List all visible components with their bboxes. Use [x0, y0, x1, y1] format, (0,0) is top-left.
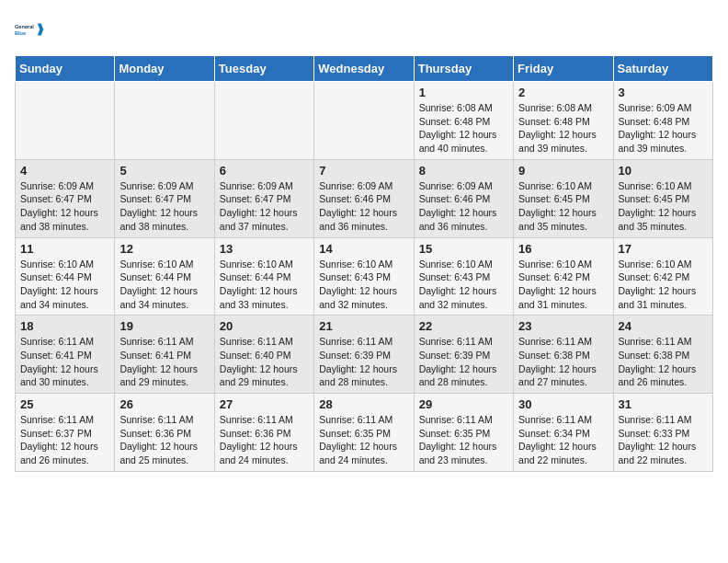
- calendar-cell: 22Sunrise: 6:11 AM Sunset: 6:39 PM Dayli…: [414, 316, 513, 394]
- day-number: 20: [220, 319, 309, 333]
- calendar-cell: [115, 82, 214, 160]
- day-number: 12: [119, 242, 209, 256]
- calendar-cell: 16Sunrise: 6:10 AM Sunset: 6:42 PM Dayli…: [514, 237, 613, 316]
- header-cell-friday: Friday: [514, 56, 613, 82]
- day-number: 29: [419, 397, 508, 411]
- calendar-cell: 15Sunrise: 6:10 AM Sunset: 6:43 PM Dayli…: [414, 237, 513, 316]
- calendar-cell: 3Sunrise: 6:09 AM Sunset: 6:48 PM Daylig…: [613, 82, 712, 160]
- cell-info: Sunrise: 6:11 AM Sunset: 6:37 PM Dayligh…: [20, 413, 109, 467]
- cell-info: Sunrise: 6:11 AM Sunset: 6:33 PM Dayligh…: [619, 413, 708, 467]
- day-number: 13: [220, 242, 309, 256]
- cell-info: Sunrise: 6:10 AM Sunset: 6:44 PM Dayligh…: [220, 258, 309, 312]
- cell-info: Sunrise: 6:10 AM Sunset: 6:44 PM Dayligh…: [119, 258, 209, 312]
- cell-info: Sunrise: 6:10 AM Sunset: 6:45 PM Dayligh…: [619, 179, 708, 234]
- calendar-cell: 30Sunrise: 6:11 AM Sunset: 6:34 PM Dayli…: [514, 394, 613, 472]
- cell-info: Sunrise: 6:10 AM Sunset: 6:42 PM Dayligh…: [518, 258, 608, 312]
- header-cell-sunday: Sunday: [16, 56, 115, 82]
- day-number: 28: [319, 397, 408, 411]
- day-number: 14: [319, 242, 408, 256]
- day-number: 21: [319, 319, 408, 333]
- calendar-cell: 6Sunrise: 6:09 AM Sunset: 6:47 PM Daylig…: [214, 159, 313, 237]
- cell-info: Sunrise: 6:11 AM Sunset: 6:35 PM Dayligh…: [419, 413, 508, 467]
- day-number: 16: [518, 242, 608, 256]
- cell-info: Sunrise: 6:11 AM Sunset: 6:39 PM Dayligh…: [419, 335, 508, 389]
- calendar-cell: 11Sunrise: 6:10 AM Sunset: 6:44 PM Dayli…: [16, 237, 115, 316]
- calendar-cell: 31Sunrise: 6:11 AM Sunset: 6:33 PM Dayli…: [613, 394, 712, 472]
- day-number: 30: [518, 397, 608, 411]
- calendar-cell: 23Sunrise: 6:11 AM Sunset: 6:38 PM Dayli…: [514, 316, 613, 394]
- day-number: 4: [20, 164, 109, 178]
- calendar-cell: 29Sunrise: 6:11 AM Sunset: 6:35 PM Dayli…: [414, 394, 513, 472]
- week-row-4: 18Sunrise: 6:11 AM Sunset: 6:41 PM Dayli…: [16, 316, 713, 394]
- cell-info: Sunrise: 6:10 AM Sunset: 6:44 PM Dayligh…: [20, 258, 109, 312]
- cell-info: Sunrise: 6:10 AM Sunset: 6:43 PM Dayligh…: [419, 258, 508, 312]
- header: GeneralBlue: [15, 15, 713, 44]
- header-cell-tuesday: Tuesday: [214, 56, 313, 82]
- calendar-header: SundayMondayTuesdayWednesdayThursdayFrid…: [16, 56, 713, 82]
- calendar-cell: 26Sunrise: 6:11 AM Sunset: 6:36 PM Dayli…: [115, 394, 214, 472]
- header-row: SundayMondayTuesdayWednesdayThursdayFrid…: [16, 56, 713, 82]
- week-row-3: 11Sunrise: 6:10 AM Sunset: 6:44 PM Dayli…: [16, 237, 713, 316]
- svg-text:Blue: Blue: [15, 30, 26, 36]
- calendar-cell: 5Sunrise: 6:09 AM Sunset: 6:47 PM Daylig…: [115, 159, 214, 237]
- cell-info: Sunrise: 6:11 AM Sunset: 6:36 PM Dayligh…: [220, 413, 309, 467]
- day-number: 27: [220, 397, 309, 411]
- cell-info: Sunrise: 6:11 AM Sunset: 6:40 PM Dayligh…: [220, 335, 309, 389]
- calendar-cell: 17Sunrise: 6:10 AM Sunset: 6:42 PM Dayli…: [613, 237, 712, 316]
- day-number: 31: [619, 397, 708, 411]
- svg-text:General: General: [15, 24, 34, 29]
- calendar-cell: 28Sunrise: 6:11 AM Sunset: 6:35 PM Dayli…: [314, 394, 414, 472]
- cell-info: Sunrise: 6:11 AM Sunset: 6:35 PM Dayligh…: [319, 413, 408, 467]
- day-number: 10: [619, 164, 708, 178]
- day-number: 7: [319, 164, 408, 178]
- cell-info: Sunrise: 6:11 AM Sunset: 6:39 PM Dayligh…: [319, 335, 408, 389]
- cell-info: Sunrise: 6:11 AM Sunset: 6:34 PM Dayligh…: [518, 413, 608, 467]
- svg-marker-2: [38, 24, 43, 36]
- calendar-cell: 19Sunrise: 6:11 AM Sunset: 6:41 PM Dayli…: [115, 316, 214, 394]
- day-number: 9: [518, 164, 608, 178]
- cell-info: Sunrise: 6:09 AM Sunset: 6:47 PM Dayligh…: [20, 179, 109, 234]
- cell-info: Sunrise: 6:11 AM Sunset: 6:38 PM Dayligh…: [518, 335, 608, 389]
- week-row-1: 1Sunrise: 6:08 AM Sunset: 6:48 PM Daylig…: [16, 82, 713, 160]
- cell-info: Sunrise: 6:11 AM Sunset: 6:41 PM Dayligh…: [119, 335, 209, 389]
- cell-info: Sunrise: 6:09 AM Sunset: 6:47 PM Dayligh…: [119, 179, 209, 234]
- calendar-cell: [214, 82, 313, 160]
- day-number: 11: [20, 242, 109, 256]
- cell-info: Sunrise: 6:11 AM Sunset: 6:36 PM Dayligh…: [119, 413, 209, 467]
- day-number: 17: [619, 242, 708, 256]
- day-number: 26: [119, 397, 209, 411]
- cell-info: Sunrise: 6:11 AM Sunset: 6:41 PM Dayligh…: [20, 335, 109, 389]
- day-number: 15: [419, 242, 508, 256]
- calendar-cell: 27Sunrise: 6:11 AM Sunset: 6:36 PM Dayli…: [214, 394, 313, 472]
- calendar-cell: 14Sunrise: 6:10 AM Sunset: 6:43 PM Dayli…: [314, 237, 414, 316]
- calendar-table: SundayMondayTuesdayWednesdayThursdayFrid…: [15, 55, 713, 472]
- cell-info: Sunrise: 6:11 AM Sunset: 6:38 PM Dayligh…: [619, 335, 708, 389]
- calendar-cell: 21Sunrise: 6:11 AM Sunset: 6:39 PM Dayli…: [314, 316, 414, 394]
- week-row-2: 4Sunrise: 6:09 AM Sunset: 6:47 PM Daylig…: [16, 159, 713, 237]
- day-number: 5: [119, 164, 209, 178]
- day-number: 25: [20, 397, 109, 411]
- cell-info: Sunrise: 6:09 AM Sunset: 6:48 PM Dayligh…: [619, 101, 708, 155]
- logo: GeneralBlue: [15, 15, 44, 44]
- cell-info: Sunrise: 6:08 AM Sunset: 6:48 PM Dayligh…: [419, 101, 508, 155]
- day-number: 19: [119, 319, 209, 333]
- cell-info: Sunrise: 6:09 AM Sunset: 6:46 PM Dayligh…: [319, 179, 408, 234]
- cell-info: Sunrise: 6:09 AM Sunset: 6:47 PM Dayligh…: [220, 179, 309, 234]
- cell-info: Sunrise: 6:10 AM Sunset: 6:45 PM Dayligh…: [518, 179, 608, 234]
- header-cell-thursday: Thursday: [414, 56, 513, 82]
- day-number: 1: [419, 86, 508, 99]
- calendar-cell: [16, 82, 115, 160]
- calendar-cell: 10Sunrise: 6:10 AM Sunset: 6:45 PM Dayli…: [613, 159, 712, 237]
- day-number: 23: [518, 319, 608, 333]
- calendar-cell: 12Sunrise: 6:10 AM Sunset: 6:44 PM Dayli…: [115, 237, 214, 316]
- cell-info: Sunrise: 6:10 AM Sunset: 6:43 PM Dayligh…: [319, 258, 408, 312]
- calendar-cell: 13Sunrise: 6:10 AM Sunset: 6:44 PM Dayli…: [214, 237, 313, 316]
- calendar-cell: 24Sunrise: 6:11 AM Sunset: 6:38 PM Dayli…: [613, 316, 712, 394]
- calendar-cell: 4Sunrise: 6:09 AM Sunset: 6:47 PM Daylig…: [16, 159, 115, 237]
- calendar-cell: [314, 82, 414, 160]
- calendar-cell: 7Sunrise: 6:09 AM Sunset: 6:46 PM Daylig…: [314, 159, 414, 237]
- calendar-cell: 18Sunrise: 6:11 AM Sunset: 6:41 PM Dayli…: [16, 316, 115, 394]
- calendar-cell: 20Sunrise: 6:11 AM Sunset: 6:40 PM Dayli…: [214, 316, 313, 394]
- day-number: 22: [419, 319, 508, 333]
- logo-icon: GeneralBlue: [15, 15, 44, 44]
